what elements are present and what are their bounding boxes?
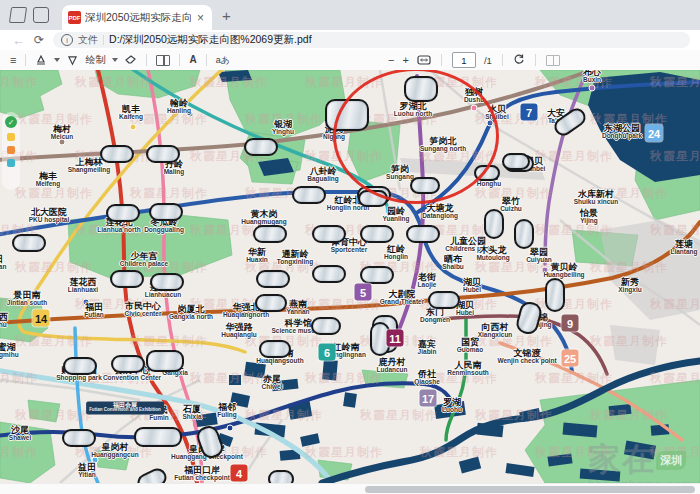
eraser-icon[interactable] (125, 55, 137, 66)
tab-close-icon[interactable]: × (195, 11, 206, 25)
station-interchange-marker (312, 225, 346, 243)
info-icon[interactable]: i (61, 34, 73, 46)
station-label: 市民中心Civic center (125, 302, 162, 318)
station-label: 文锦渡Wenjin check point (497, 349, 556, 365)
station-label: 东门Dongmen (420, 308, 450, 324)
line-number-badge: 11 (387, 330, 404, 347)
highlighter-chevron-icon[interactable] (54, 58, 60, 62)
browser-tab[interactable]: PDF 深圳2050远期实际走向图 69更新 × (62, 5, 212, 30)
station-label: 人民南Renminsouth (447, 361, 489, 377)
line-number-badge: 17 (420, 390, 437, 407)
pdf-favicon: PDF (68, 11, 81, 24)
building-block (300, 433, 320, 447)
station-label: 景田Jingtian (0, 255, 6, 271)
chip-divider (103, 35, 104, 45)
workspaces-icon[interactable] (9, 7, 27, 23)
tab-actions-icon[interactable] (33, 7, 49, 23)
station-label: 向西村Xiangxicun (478, 323, 513, 339)
station-label: 园岭Yuanling (382, 207, 409, 223)
fit-width-icon[interactable] (417, 55, 431, 65)
draw-chevron-icon[interactable] (112, 58, 118, 62)
url-text: D:/深圳2050远期实际走向图%2069更新.pdf (109, 33, 311, 47)
page-number-input[interactable]: 1 (452, 52, 476, 68)
station-label: 香蜜湖Xiangmihu (0, 343, 19, 359)
station-interchange-marker (484, 209, 504, 239)
station-label: 黄贝岭Huangbeiling (543, 263, 584, 279)
station-label: 福田Futian (84, 303, 104, 319)
building-block (505, 463, 534, 477)
line-number-badge: 6 (319, 344, 336, 361)
station-interchange-marker (244, 138, 278, 156)
station-interchange-marker (428, 291, 460, 309)
browser-address-bar: ← ⟳ i 文件 D:/深圳2050远期实际走向图%2069更新.pdf (0, 30, 700, 50)
station-label: 莲花西Lianhuaxi (68, 278, 98, 294)
station-dot (589, 85, 595, 91)
check-icon: ✓ (5, 116, 17, 128)
reload-icon[interactable]: ⟳ (34, 34, 44, 46)
station-interchange-marker (545, 278, 565, 312)
rotate-icon[interactable] (513, 54, 525, 66)
zoom-out-icon[interactable]: − (388, 55, 394, 66)
station-label: 赤尾Chiwei (262, 375, 283, 391)
station-label: 福田会展Futian Convention and Exhibition (86, 401, 164, 414)
station-label: 银湖Yinghu (272, 120, 294, 136)
station-label: 翠园Cuiyuan (526, 248, 552, 264)
line-number-badge: 14 (33, 310, 50, 327)
back-icon[interactable]: ← (12, 34, 25, 47)
station-label: 皇岗村Huanggangcun (91, 443, 138, 459)
station-interchange-marker (63, 357, 97, 375)
page-layout-icon[interactable] (546, 55, 560, 66)
station-label: 石厦Shixia (182, 405, 201, 421)
station-interchange-marker (134, 427, 182, 447)
station-dot (130, 124, 136, 130)
station-label: 木头龙Mutoulong (476, 246, 509, 262)
zoom-in-icon[interactable]: + (402, 55, 408, 66)
station-label: 大塘龙Datanglong (422, 204, 458, 220)
station-label: 红岭Honglin (384, 245, 408, 261)
station-label: 华强路Huaqianglu (221, 323, 256, 339)
new-tab-button[interactable]: + (222, 7, 231, 24)
widget-dot-teal (7, 159, 15, 167)
station-label: 景田南Jintian south (7, 291, 47, 307)
widget-dot-orange (7, 146, 15, 154)
station-interchange-marker (111, 355, 145, 373)
building-block (459, 457, 481, 474)
scrollbar-thumb[interactable] (365, 486, 695, 493)
toc-icon[interactable]: ≡ (10, 55, 16, 66)
logo-badge: 深圳 (656, 451, 686, 470)
read-aloud-icon[interactable]: A (189, 55, 196, 65)
terrain-area (610, 325, 660, 365)
station-interchange-marker (106, 204, 140, 222)
station-label: 八卦岭Bagualing (307, 167, 338, 183)
station-interchange-marker (255, 294, 287, 312)
park-area (28, 400, 60, 422)
station-label: 老街Laojie (418, 273, 437, 289)
station-interchange-marker (256, 270, 290, 288)
page-view-icon[interactable] (156, 55, 170, 66)
station-label: 湖贝Hubei (463, 278, 481, 294)
horizontal-scrollbar[interactable] (0, 483, 700, 494)
tab-title: 深圳2050远期实际走向图 69更新 (85, 11, 191, 25)
water-area (218, 70, 252, 82)
draw-label[interactable]: 绘制 (85, 53, 105, 67)
highlighter-icon[interactable] (35, 54, 47, 66)
station-label: 福邻Fuling (217, 403, 237, 419)
draw-pen-icon[interactable] (67, 55, 78, 66)
station-interchange-marker (149, 203, 183, 221)
station-label: 翠竹Cuizhu (500, 197, 522, 213)
building-block (322, 359, 338, 380)
line-number-badge: 7 (521, 104, 538, 121)
terrain-area (600, 220, 700, 320)
station-interchange-marker (100, 145, 134, 163)
station-label: 国贸Guomao (457, 338, 483, 354)
pdf-toolbar: ≡ 绘制 A aあ − + 1 /1 (0, 50, 700, 71)
station-interchange-marker (150, 273, 184, 291)
translate-icon[interactable]: aあ (216, 56, 230, 65)
station-label: 梅丰Meifeng (36, 172, 61, 188)
station-label: 梅村Meicun (51, 125, 73, 141)
station-label: 新秀Xingxiu (618, 278, 641, 294)
line-number-badge: 24 (646, 125, 663, 142)
station-label: 沙尾Shawei (9, 426, 31, 442)
overlay-widget[interactable]: ✓ (2, 112, 20, 190)
url-input[interactable]: i 文件 D:/深圳2050远期实际走向图%2069更新.pdf (53, 32, 690, 48)
